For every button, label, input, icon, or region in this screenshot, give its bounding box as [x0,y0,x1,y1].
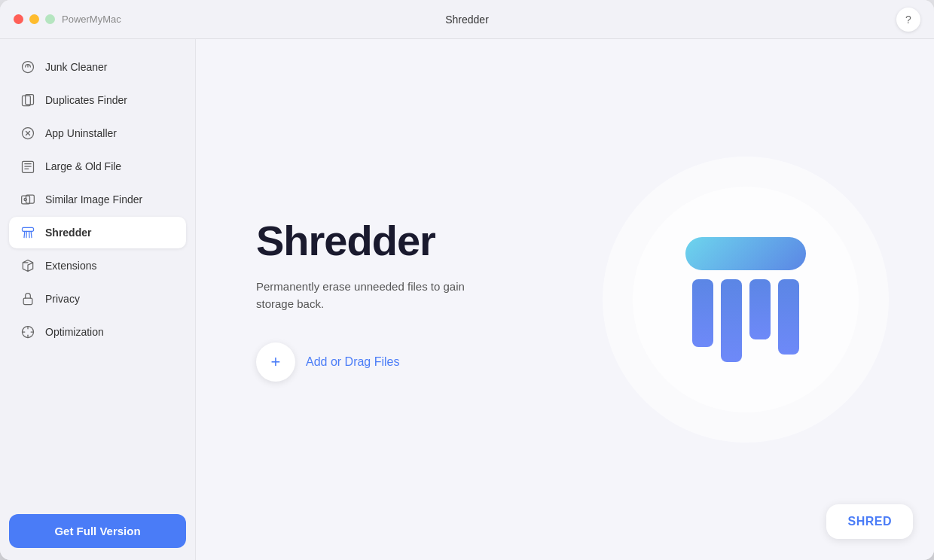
content-area: Shredder Permanently erase unneeded file… [196,39,934,560]
help-button[interactable]: ? [896,8,920,32]
sidebar-item-label: Similar Image Finder [45,193,142,205]
similar-image-finder-icon [20,191,36,208]
sidebar-item-optimization[interactable]: Optimization [9,316,186,348]
sidebar-item-label: Extensions [45,260,96,272]
sidebar-item-label: Junk Cleaner [45,61,108,73]
sidebar-item-label: Optimization [45,326,104,338]
maximize-button[interactable] [45,14,55,24]
duplicates-finder-icon [20,92,36,108]
svg-rect-11 [23,227,34,231]
add-files-plus-icon: + [256,342,295,382]
sidebar-item-similar-image-finder[interactable]: Similar Image Finder [9,184,186,215]
sidebar-nav: Junk Cleaner Duplicates Finder App Unins… [9,51,186,502]
privacy-icon [20,291,36,307]
sidebar-item-label: App Uninstaller [45,127,117,139]
main-layout: Junk Cleaner Duplicates Finder App Unins… [0,39,934,560]
app-name: PowerMyMac [62,14,121,25]
sidebar-item-label: Shredder [45,227,91,239]
sidebar-item-label: Large & Old File [45,160,121,172]
optimization-icon [20,324,36,340]
sidebar-item-label: Privacy [45,293,80,305]
window-title: Shredder [445,14,489,26]
junk-cleaner-icon [20,59,36,75]
sidebar-footer: Get Full Version [9,502,186,548]
close-button[interactable] [14,14,23,24]
app-uninstaller-icon [20,125,36,142]
extensions-icon [20,257,36,274]
sidebar-item-label: Duplicates Finder [45,94,127,106]
sidebar-item-app-uninstaller[interactable]: App Uninstaller [9,117,186,149]
svg-line-15 [31,231,32,237]
titlebar: PowerMyMac Shredder ? [0,0,934,39]
svg-line-12 [24,231,25,237]
sidebar-item-extensions[interactable]: Extensions [9,250,186,282]
add-files-label: Add or Drag Files [306,355,400,369]
sidebar-item-privacy[interactable]: Privacy [9,283,186,315]
page-title: Shredder [256,218,874,264]
window-controls [14,14,55,24]
sidebar: Junk Cleaner Duplicates Finder App Unins… [0,39,196,560]
svg-rect-16 [23,298,32,304]
sidebar-item-junk-cleaner[interactable]: Junk Cleaner [9,51,186,83]
content-description: Permanently erase unneeded files to gain… [256,278,467,312]
app-window: PowerMyMac Shredder ? Junk Cleaner [0,0,934,560]
shredder-icon [20,224,36,241]
svg-rect-7 [23,161,34,172]
shred-action-button[interactable]: SHRED [826,504,913,539]
sidebar-item-large-old-file[interactable]: Large & Old File [9,151,186,182]
sidebar-item-shredder[interactable]: Shredder [9,217,186,248]
add-files-button[interactable]: + Add or Drag Files [256,342,400,382]
large-old-file-icon [20,158,36,175]
content-left: Shredder Permanently erase unneeded file… [256,218,874,382]
minimize-button[interactable] [29,14,39,24]
sidebar-item-duplicates-finder[interactable]: Duplicates Finder [9,84,186,116]
get-full-version-button[interactable]: Get Full Version [9,514,186,548]
svg-point-10 [24,198,26,200]
